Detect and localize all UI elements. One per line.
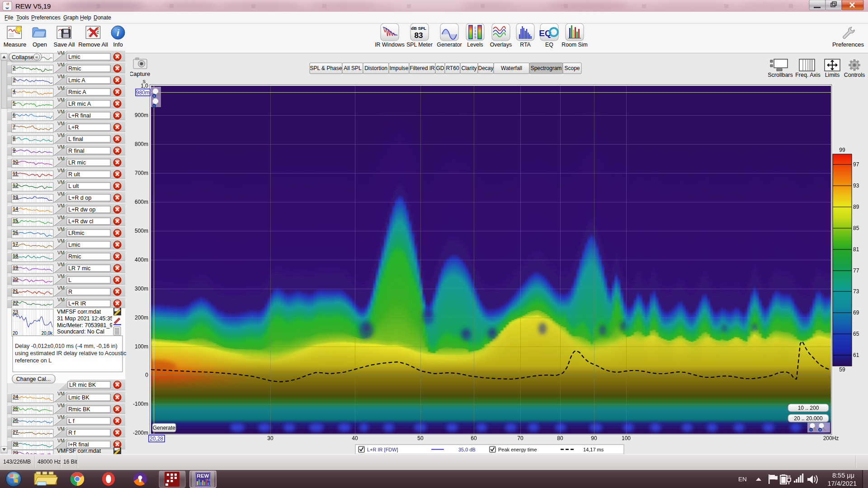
svg-text:23: 23	[13, 309, 18, 314]
svg-text:300m: 300m	[135, 286, 148, 292]
svg-text:20: 20	[13, 277, 18, 282]
svg-text:VM: VM	[57, 262, 65, 267]
svg-text:Measure: Measure	[4, 41, 27, 48]
svg-text:REW: REW	[197, 473, 209, 479]
svg-text:VM: VM	[57, 391, 65, 396]
svg-text:SPL & Phase: SPL & Phase	[310, 65, 342, 71]
svg-text:LRmic: LRmic	[68, 230, 84, 236]
svg-text:Room Sim: Room Sim	[561, 42, 587, 48]
svg-text:L+R d op: L+R d op	[68, 195, 91, 201]
svg-text:28: 28	[13, 441, 18, 446]
svg-text:Change Cal...: Change Cal...	[16, 376, 51, 382]
svg-text:Rmic BK: Rmic BK	[68, 406, 90, 413]
svg-text:90: 90	[591, 435, 597, 441]
svg-text:5: 5	[13, 100, 15, 106]
svg-text:LR 7 mic: LR 7 mic	[68, 265, 90, 272]
svg-text:dB SPL: dB SPL	[411, 26, 426, 31]
svg-text:VM: VM	[57, 85, 65, 91]
svg-text:8:55 μμ: 8:55 μμ	[832, 472, 854, 479]
svg-text:65: 65	[853, 331, 859, 337]
svg-text:+: +	[819, 428, 821, 432]
svg-text:Distortion: Distortion	[364, 65, 387, 71]
svg-text:97: 97	[853, 161, 859, 168]
svg-text:VM: VM	[57, 203, 65, 208]
svg-text:Peak energy time: Peak energy time	[498, 447, 537, 452]
svg-text:VM: VM	[57, 191, 65, 197]
svg-text:8: 8	[13, 136, 15, 141]
svg-text:83: 83	[415, 31, 423, 40]
svg-text:61: 61	[853, 352, 859, 358]
svg-text:700m: 700m	[135, 170, 148, 176]
svg-text:93: 93	[853, 183, 859, 189]
svg-text:R: R	[68, 289, 72, 295]
svg-text:All SPL: All SPL	[344, 65, 362, 71]
svg-text:Decay: Decay	[478, 65, 493, 71]
svg-text:48000 Hz: 48000 Hz	[38, 459, 61, 465]
svg-text:69: 69	[853, 310, 859, 316]
svg-text:100: 100	[622, 435, 631, 441]
svg-text:RTA: RTA	[520, 42, 531, 48]
svg-text:9: 9	[13, 147, 15, 153]
svg-text:Generator: Generator	[437, 42, 462, 48]
svg-text:20 .. 20.000: 20 .. 20.000	[794, 415, 823, 422]
svg-text:500m: 500m	[135, 228, 148, 234]
svg-text:0: 0	[145, 372, 148, 378]
svg-text:Clarity: Clarity	[461, 65, 476, 71]
svg-text:L ult: L ult	[68, 183, 79, 189]
svg-text:Overlays: Overlays	[490, 42, 512, 48]
svg-text:LR mic BK: LR mic BK	[69, 382, 96, 388]
svg-text:31 Μαρ 2021 12:45:35 μμ: 31 Μαρ 2021 12:45:35 μμ	[57, 315, 121, 322]
svg-text:R ult: R ult	[68, 171, 80, 178]
svg-text:L+R dw cl: L+R dw cl	[68, 218, 93, 225]
svg-text:VM: VM	[57, 297, 65, 302]
svg-text:reference on L: reference on L	[15, 357, 52, 364]
svg-text:Tools: Tools	[16, 14, 29, 21]
svg-text:24: 24	[13, 394, 18, 399]
svg-text:REW V5,19: REW V5,19	[15, 2, 51, 10]
svg-text:Generate: Generate	[153, 425, 175, 431]
svg-text:85: 85	[853, 225, 859, 231]
svg-text:−: −	[810, 428, 812, 432]
svg-text:Soundcard: No Cal: Soundcard: No Cal	[57, 328, 104, 335]
svg-text:2: 2	[13, 65, 15, 70]
svg-text:10: 10	[13, 159, 18, 164]
svg-text:VM: VM	[57, 168, 65, 173]
svg-text:L+R: L+R	[68, 124, 79, 131]
svg-text:+: +	[153, 94, 156, 99]
svg-text:-200m: -200m	[133, 430, 148, 436]
svg-text:7: 7	[13, 124, 15, 129]
svg-text:L f: L f	[68, 418, 75, 424]
svg-text:L+R dw op: L+R dw op	[68, 206, 95, 213]
svg-text:35,0 dB: 35,0 dB	[458, 447, 476, 452]
svg-text:400m: 400m	[135, 257, 148, 263]
svg-text:Save All: Save All	[54, 41, 75, 48]
svg-text:EQ: EQ	[545, 42, 553, 48]
svg-text:20,0k: 20,0k	[42, 331, 53, 336]
svg-text:980m: 980m	[136, 89, 150, 96]
svg-text:Freq. Axis: Freq. Axis	[795, 72, 821, 78]
svg-text:R f: R f	[68, 430, 76, 436]
svg-text:12: 12	[13, 183, 18, 188]
svg-text:6: 6	[474, 33, 476, 36]
svg-text:30: 30	[267, 435, 274, 441]
svg-text:80: 80	[557, 435, 563, 441]
svg-text:VM: VM	[57, 50, 65, 56]
svg-text:L+R final: L+R final	[68, 113, 91, 119]
svg-text:VM: VM	[57, 215, 65, 220]
svg-text:VM: VM	[57, 156, 65, 161]
svg-text:20,28: 20,28	[150, 436, 163, 442]
svg-text:L: L	[68, 277, 71, 283]
svg-text:L final: L final	[68, 136, 83, 142]
svg-text:Collapse: Collapse	[12, 54, 34, 61]
svg-text:LR mic A: LR mic A	[68, 101, 91, 107]
svg-text:VM: VM	[57, 121, 65, 126]
svg-text:59: 59	[839, 366, 845, 373]
svg-text:VM: VM	[57, 250, 65, 255]
svg-text:200Hz: 200Hz	[823, 435, 839, 441]
svg-text:Delay -0,012±0,010 ms (-4 mm,: Delay -0,012±0,010 ms (-4 mm, -0,16 in)	[15, 343, 118, 349]
svg-text:Filtered IR: Filtered IR	[410, 65, 435, 71]
svg-text:Scrollbars: Scrollbars	[768, 72, 793, 78]
svg-text:73: 73	[853, 288, 859, 295]
svg-text:Donate: Donate	[94, 14, 111, 21]
svg-text:LR mic: LR mic	[68, 160, 86, 166]
